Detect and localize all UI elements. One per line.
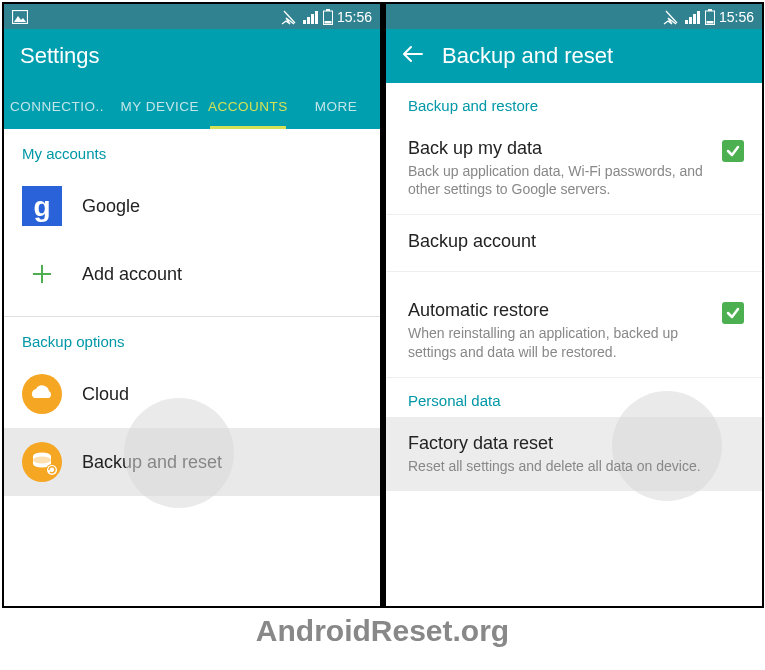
- setting-desc: When reinstalling an application, backed…: [408, 324, 710, 360]
- svg-rect-26: [708, 9, 712, 11]
- backup-header: Backup and reset: [386, 29, 762, 83]
- tab-more[interactable]: MORE: [292, 83, 380, 129]
- status-bar: 15:56: [386, 4, 762, 29]
- svg-marker-1: [14, 16, 26, 22]
- svg-rect-27: [706, 21, 713, 24]
- picture-icon: [12, 10, 28, 24]
- settings-screen: 15:56 Settings CONNECTIO.. MY DEVICE ACC…: [4, 4, 380, 606]
- svg-point-17: [33, 457, 51, 464]
- setting-title: Back up my data: [408, 138, 710, 159]
- section-personal-data: Personal data: [386, 378, 762, 417]
- mute-icon: [663, 9, 681, 25]
- account-google[interactable]: g Google: [4, 172, 380, 240]
- svg-rect-21: [685, 20, 688, 24]
- google-icon: g: [22, 186, 62, 226]
- back-icon[interactable]: [402, 43, 424, 69]
- battery-icon: [323, 9, 333, 25]
- svg-rect-3: [303, 20, 306, 24]
- svg-rect-9: [324, 21, 331, 24]
- cloud-icon: [22, 374, 62, 414]
- add-account-row[interactable]: Add account: [4, 240, 380, 308]
- tabs: CONNECTIO.. MY DEVICE ACCOUNTS MORE: [4, 83, 380, 129]
- signal-icon: [303, 10, 319, 24]
- svg-rect-6: [315, 11, 318, 24]
- tab-mydevice[interactable]: MY DEVICE: [116, 83, 204, 129]
- svg-rect-5: [311, 14, 314, 24]
- svg-text:g: g: [33, 191, 50, 222]
- svg-rect-23: [693, 14, 696, 24]
- backup-account-row[interactable]: Backup account: [386, 215, 762, 271]
- svg-rect-24: [697, 11, 700, 24]
- auto-restore-row[interactable]: Automatic restore When reinstalling an a…: [386, 272, 762, 376]
- svg-rect-8: [326, 9, 330, 11]
- backup-my-data-row[interactable]: Back up my data Back up application data…: [386, 122, 762, 214]
- clock-time: 15:56: [719, 9, 754, 25]
- svg-rect-22: [689, 17, 692, 24]
- cloud-label: Cloud: [82, 384, 129, 405]
- setting-title: Automatic restore: [408, 300, 710, 321]
- signal-icon: [685, 10, 701, 24]
- section-backup-options: Backup options: [4, 317, 380, 360]
- tab-connections[interactable]: CONNECTIO..: [4, 83, 116, 129]
- setting-title: Factory data reset: [408, 433, 744, 454]
- battery-icon: [705, 9, 715, 25]
- setting-title: Backup account: [408, 231, 744, 252]
- page-title: Settings: [20, 43, 100, 69]
- svg-rect-4: [307, 17, 310, 24]
- clock-time: 15:56: [337, 9, 372, 25]
- backup-reset-screen: 15:56 Backup and reset Backup and restor…: [386, 4, 762, 606]
- account-label: Google: [82, 196, 140, 217]
- section-my-accounts: My accounts: [4, 129, 380, 172]
- setting-desc: Reset all settings and delete all data o…: [408, 457, 744, 475]
- backup-reset-icon: [22, 442, 62, 482]
- plus-icon: [22, 254, 62, 294]
- backup-reset-label: Backup and reset: [82, 452, 222, 473]
- mute-icon: [281, 9, 299, 25]
- factory-reset-row[interactable]: Factory data reset Reset all settings an…: [386, 417, 762, 491]
- settings-header: Settings: [4, 29, 380, 83]
- page-title: Backup and reset: [442, 43, 613, 69]
- backup-reset-row[interactable]: Backup and reset: [4, 428, 380, 496]
- add-account-label: Add account: [82, 264, 182, 285]
- checkbox-checked-icon[interactable]: [722, 302, 744, 324]
- checkbox-checked-icon[interactable]: [722, 140, 744, 162]
- cloud-row[interactable]: Cloud: [4, 360, 380, 428]
- setting-desc: Back up application data, Wi-Fi password…: [408, 162, 710, 198]
- status-bar: 15:56: [4, 4, 380, 29]
- watermark: AndroidReset.org: [0, 614, 765, 648]
- tab-accounts[interactable]: ACCOUNTS: [204, 83, 292, 129]
- section-backup-restore: Backup and restore: [386, 83, 762, 122]
